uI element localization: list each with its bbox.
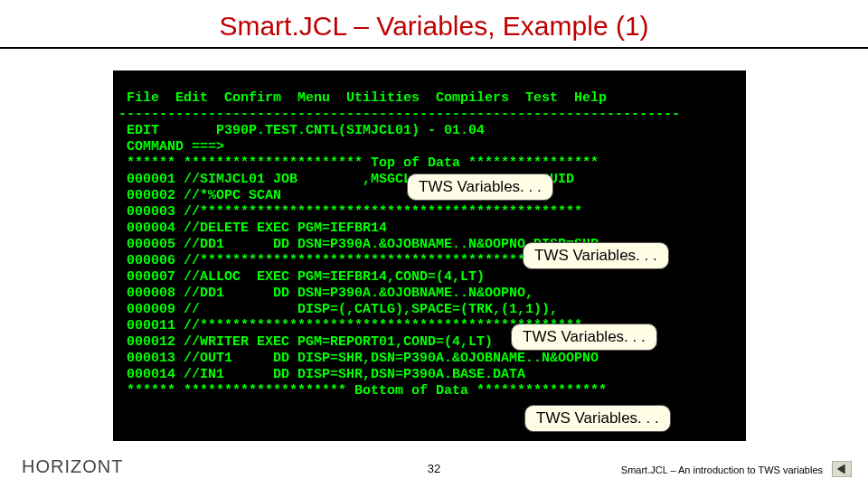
slide-title: Smart.JCL – Variables, Example (1) [0,0,868,42]
jcl-line-4: 000004 //DELETE EXEC PGM=IEFBR14 [118,221,387,236]
menu-bar: File Edit Confirm Menu Utilities Compile… [118,90,607,106]
jcl-line-8: 000008 //DD1 DD DSN=P390A.&OJOBNAME..N&O… [118,286,533,301]
jcl-line-13: 000013 //OUT1 DD DISP=SHR,DSN=P390A.&OJO… [118,351,599,366]
footer-brand: HORIZONT [22,456,123,477]
footer: HORIZONT 32 Smart.JCL – An introduction … [0,455,868,477]
edit-header: EDIT P390P.TEST.CNTL(SIMJCL01) - 01.04 [118,123,485,138]
menu-sep: ----------------------------------------… [118,107,680,122]
jcl-line-3: 000003 //*******************************… [118,204,582,220]
top-of-data: ****** ********************** Top of Dat… [118,155,599,171]
bottom-of-data: ****** ******************** Bottom of Da… [118,383,607,399]
callout-tws-3: TWS Variables. . . [511,324,657,351]
command-line: COMMAND ===> [118,139,224,155]
prev-slide-icon[interactable] [832,461,852,477]
callout-tws-4: TWS Variables. . . [524,405,671,432]
footer-caption: Smart.JCL – An introduction to TWS varia… [621,465,823,475]
page-number: 32 [428,462,440,475]
callout-tws-1: TWS Variables. . . [407,174,553,201]
jcl-line-14: 000014 //IN1 DD DISP=SHR,DSN=P390A.BASE.… [118,367,525,382]
jcl-line-12: 000012 //WRITER EXEC PGM=REPORT01,COND=(… [118,334,493,350]
jcl-line-6: 000006 //*******************************… [118,253,582,268]
jcl-line-2: 000002 //*%OPC SCAN [118,188,281,203]
jcl-line-7: 000007 //ALLOC EXEC PGM=IEFBR14,COND=(4,… [118,269,485,285]
callout-tws-2: TWS Variables. . . [523,242,669,269]
title-underline [0,47,868,49]
jcl-line-9: 000009 // DISP=(,CATLG),SPACE=(TRK,(1,1)… [118,302,558,317]
